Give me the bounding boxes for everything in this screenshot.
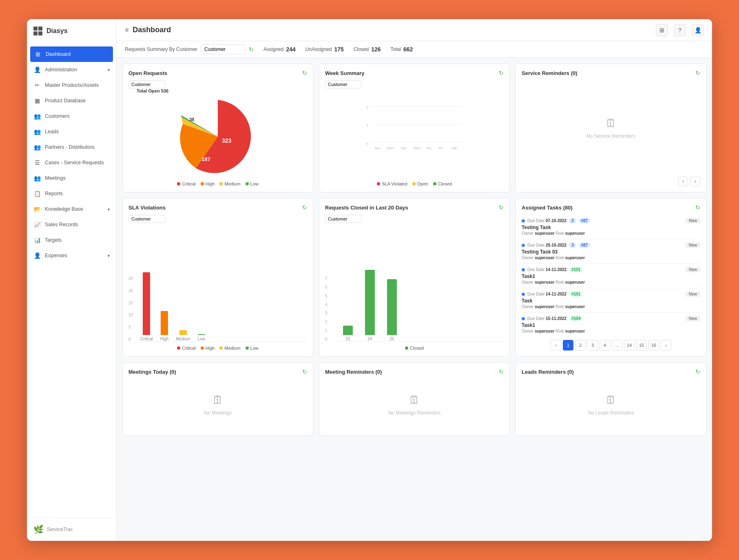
sidebar-item-master-products[interactable]: ✂ Master Products/Assets [27, 77, 116, 93]
bar-label-24: 24 [367, 337, 372, 341]
week-summary-title: Week Summary [325, 70, 365, 76]
meeting-reminders-card: Meeting Reminders (0) ↻ 🗓 No Meetings Re… [319, 362, 510, 436]
page-next-button[interactable]: › [661, 340, 671, 351]
dashboard-row-1: Open Requests ↻ Customer Total Open 536 [122, 64, 706, 192]
week-summary-card: Week Summary ↻ Customer 0 1 2 [319, 64, 510, 192]
sidebar-item-meetings[interactable]: 👥 Meetings [27, 170, 116, 186]
page-3-button[interactable]: 3 [587, 340, 598, 351]
closed-stat: Closed 126 [354, 46, 381, 53]
req-closed-legend: Closed [325, 346, 504, 351]
task-item-3: Due Date 14-11-2022 #101 New Task1 Owner… [522, 264, 700, 288]
task-1-meta: Owner superuser Role superuser [522, 231, 700, 236]
sidebar-item-sales-records[interactable]: 📈 Sales Records [27, 217, 116, 232]
no-leads-reminders-icon: 🗓 [605, 393, 617, 407]
sla-legend-critical: Critical [177, 346, 196, 351]
task-4-due: Due Date 14-11-2022 [527, 292, 566, 296]
help-button[interactable]: ? [674, 24, 686, 36]
open-requests-refresh-button[interactable]: ↻ [302, 70, 307, 76]
open-requests-filter-select[interactable]: Customer [128, 80, 165, 88]
grid-view-button[interactable]: ⊞ [656, 24, 668, 36]
closed-label: Closed [354, 46, 369, 52]
chevron-down-icon: ▾ [108, 68, 110, 72]
page-1-button[interactable]: 1 [563, 340, 573, 351]
sidebar-item-administration[interactable]: 👤 Administration ▾ [27, 62, 116, 77]
sidebar-item-cases[interactable]: ☰ Cases - Service Requests [27, 155, 116, 170]
legend-closed-week: Closed [433, 181, 452, 186]
meetings-today-title: Meetings Today (0) [128, 369, 176, 375]
bar-label-medium: Medium [176, 337, 190, 341]
total-label: Total [391, 46, 401, 52]
week-chart: 0 1 2 Sun Mon Tue Wed Thu [325, 88, 504, 177]
pie-legend: Critical High Medium [177, 181, 259, 186]
sidebar-item-label: Administration [45, 67, 104, 73]
service-reminders-title: Service Reminders (0) [522, 70, 577, 76]
week-summary-filter-select[interactable]: Customer [325, 80, 362, 88]
legend-dot-high [201, 182, 204, 185]
leads-reminders-refresh-button[interactable]: ↻ [695, 368, 700, 375]
sla-legend-high: High [201, 346, 215, 351]
sidebar-item-label: Product Database [45, 98, 110, 104]
task-2-name: Testing Task 03 [522, 249, 700, 255]
meetings-today-header: Meetings Today (0) ↻ [128, 368, 307, 375]
task-4-name: Task [522, 298, 700, 304]
task-5-due: Due Date 15-11-2022 [527, 316, 566, 321]
sla-legend-low: Low [246, 346, 259, 351]
service-reminders-card: Service Reminders (0) ↻ 🗓 No Service Rem… [516, 64, 706, 192]
page-2-button[interactable]: 2 [575, 340, 586, 351]
bar-group-low: Low [198, 334, 205, 341]
sidebar-item-partners[interactable]: 👥 Partners - Distributors [27, 139, 116, 155]
sidebar-item-customers[interactable]: 👥 Customers [27, 108, 116, 124]
meeting-reminders-refresh-button[interactable]: ↻ [499, 368, 504, 375]
meeting-reminders-no-data: 🗓 No Meetings Reminders [325, 379, 504, 430]
customer-filter-select[interactable]: Customer [201, 44, 246, 54]
page-16-button[interactable]: 16 [648, 340, 659, 351]
page-14-button[interactable]: 14 [624, 340, 635, 351]
bar-group-medium: Medium [176, 330, 190, 341]
page-15-button[interactable]: 15 [636, 340, 647, 351]
reports-icon: 📋 [33, 190, 41, 197]
meetings-today-refresh-button[interactable]: ↻ [302, 368, 307, 375]
sla-violations-filter-select[interactable]: Customer [128, 215, 165, 223]
sidebar-item-product-database[interactable]: ▦ Product Database [27, 93, 116, 108]
week-summary-legend: SLA Violated Open Closed [325, 181, 504, 186]
sidebar-item-expenses[interactable]: 👤 Expenses ▾ [27, 248, 116, 263]
service-reminders-refresh-button[interactable]: ↻ [695, 70, 700, 76]
user-button[interactable]: 👤 [692, 24, 704, 36]
task-5-name: Task1 [522, 322, 700, 328]
week-summary-refresh-button[interactable]: ↻ [499, 70, 504, 76]
task-3-id-badge: #101 [569, 267, 583, 272]
bar-group-high: High [160, 311, 169, 341]
task-status-dot [522, 293, 525, 296]
task-status-dot [522, 317, 525, 320]
sidebar-item-dashboard[interactable]: ⊞ Dashboard [30, 46, 113, 62]
page-prev-button[interactable]: ‹ [551, 340, 561, 351]
leads-reminders-card: Leads Reminders (0) ↻ 🗓 No Leads Reminde… [516, 362, 706, 436]
stats-refresh-icon[interactable]: ↻ [249, 46, 254, 53]
requests-closed-filter-select[interactable]: Customer [325, 215, 362, 223]
sidebar-item-knowledge-base[interactable]: 📂 Knowledge Base ▾ [27, 201, 116, 217]
sla-y-axis: 0 5 10 15 20 25 [128, 276, 135, 342]
task-2-header: Due Date 20-10-2022 3 #87 New [522, 243, 700, 248]
sla-violations-refresh-button[interactable]: ↻ [302, 204, 307, 211]
meetings-icon: 👥 [33, 174, 41, 182]
sidebar-item-label: Customers [45, 113, 110, 119]
bar-label-high: High [160, 337, 169, 341]
page-4-button[interactable]: 4 [600, 340, 610, 351]
task-status-dot [522, 219, 525, 223]
targets-icon: 📊 [33, 236, 41, 244]
dashboard-icon: ⊞ [34, 51, 42, 58]
sidebar-item-label: Meetings [45, 175, 110, 181]
open-requests-title: Open Requests [128, 70, 167, 76]
assigned-tasks-refresh-button[interactable]: ↻ [695, 204, 700, 211]
bar-label-25: 25 [389, 337, 394, 341]
next-service-reminders-button[interactable]: › [690, 176, 700, 186]
sidebar-item-reports[interactable]: 📋 Reports [27, 186, 116, 201]
req-closed-bars: 23 24 25 [335, 276, 504, 342]
sidebar-item-leads[interactable]: 👥 Leads [27, 124, 116, 139]
svg-text:1: 1 [367, 123, 369, 127]
bar-low [198, 334, 205, 335]
requests-closed-refresh-button[interactable]: ↻ [499, 204, 504, 211]
prev-service-reminders-button[interactable]: ‹ [678, 176, 688, 186]
legend-high: High [201, 181, 215, 186]
sidebar-item-targets[interactable]: 📊 Targets [27, 232, 116, 248]
